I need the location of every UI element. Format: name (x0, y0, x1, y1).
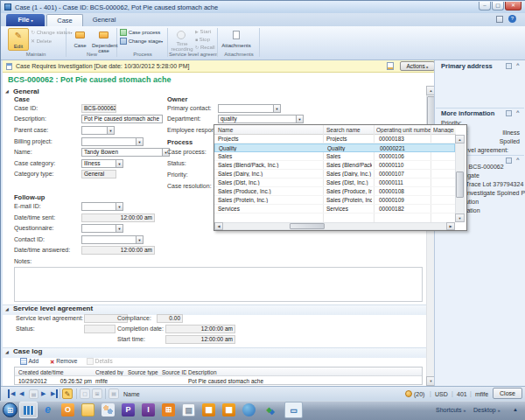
attachments-button[interactable]: Attachments (221, 28, 251, 51)
close-button[interactable]: Close (493, 388, 522, 399)
factbox-expand-icon[interactable] (506, 110, 512, 116)
questionnaire-dropdown-button[interactable]: ▼ (116, 224, 123, 233)
taskbar-icon-shapes[interactable]: ◆ (262, 403, 276, 416)
log-row-time[interactable]: 05:26:52 pm (55, 378, 92, 384)
log-col-created-datetime[interactable]: Created date/time (18, 369, 92, 375)
lookup-row[interactable]: Sales (Produce, Inc.) Sales (Produce, In… (214, 187, 455, 196)
lookup-row[interactable]: Services Services 00000182 (214, 205, 455, 214)
sla-status-field[interactable] (84, 325, 116, 333)
grid-view-icon[interactable]: ▤ (29, 389, 38, 399)
lookup-col-name[interactable]: Name (218, 127, 321, 133)
log-col-source-id[interactable]: Source ID (162, 369, 186, 375)
lookup-vscroll-thumb[interactable] (456, 172, 464, 198)
title-bar[interactable]: Case (1 - 401) - Case ID: BCS-000062, Po… (1, 1, 525, 13)
billing-project-dropdown-button[interactable]: ▼ (136, 137, 144, 146)
contact-id-field[interactable] (81, 235, 136, 244)
taskbar-icon-communicator[interactable]: P (122, 403, 135, 416)
taskbar-icon-remote-desktop[interactable]: ▭ (284, 402, 303, 418)
taskbar-icon-report-1[interactable]: ▦ (202, 403, 215, 416)
section-case-log[interactable]: Case log (13, 347, 42, 355)
previous-record-icon[interactable]: ◀ (19, 389, 24, 398)
start-time-field[interactable]: 12:00:00 am (165, 335, 235, 344)
taskbar-desktop-toolbar[interactable]: Desktop » (473, 407, 500, 413)
primary-contact-dropdown-button[interactable]: ▼ (273, 104, 281, 113)
lookup-col-search-name[interactable]: Search name (326, 127, 372, 133)
close-window-button[interactable]: ✕ (505, 2, 522, 10)
section-expander-icon[interactable]: ◢ (5, 306, 9, 312)
datetime-sent-field[interactable]: 12:00:00 am (81, 214, 155, 222)
log-col-description[interactable]: Description (188, 369, 276, 375)
scroll-down-icon[interactable]: ▼ (455, 214, 465, 222)
case-log-details-button[interactable]: Details (87, 357, 118, 365)
tree-item-trace-lot[interactable]: Trace Lot 379794324 (466, 181, 523, 187)
log-row-created-by[interactable]: mfife (95, 378, 108, 384)
section-general[interactable]: General (13, 88, 39, 95)
start-button[interactable]: ⊞ (3, 402, 18, 417)
taskbar-icon-explorer-folder[interactable] (81, 403, 94, 416)
lookup-hscrollbar[interactable] (214, 222, 455, 230)
case-log-add-button[interactable]: Add (20, 357, 46, 365)
toolbar-panel-icon[interactable] (496, 16, 503, 23)
minimize-button[interactable]: – (479, 2, 491, 10)
email-id-dropdown-button[interactable]: ▼ (116, 202, 123, 211)
case-category-field[interactable]: Illness (81, 159, 116, 168)
questionnaire-field[interactable] (81, 224, 116, 233)
lookup-col-manager[interactable]: Manager (433, 127, 454, 133)
alerts-count[interactable]: (20) (414, 391, 424, 397)
log-col-source-type[interactable]: Source type (128, 369, 159, 375)
completion-date-field[interactable]: 12:00:00 am (165, 325, 235, 333)
recall-button[interactable]: ↻ Recall (195, 44, 216, 52)
factbox-expand-icon[interactable] (506, 158, 512, 164)
scroll-left-icon[interactable]: ◀ (214, 222, 223, 230)
collapse-chevron-icon[interactable]: ^ (516, 109, 520, 115)
last-record-icon[interactable]: ▶ (51, 389, 58, 398)
file-menu-button[interactable]: File ▾ (6, 14, 45, 26)
taskbar-icon-report-2[interactable]: ▦ (222, 403, 235, 416)
lookup-row[interactable]: Sales (Dairy, Inc.) Sales (Dairy, Inc.) … (214, 170, 455, 178)
log-row-description[interactable]: Pot Pie caused stomach ache (188, 378, 363, 384)
name-field[interactable]: Tandy Bowen (81, 148, 163, 157)
description-field[interactable]: Pot Pie caused stomach ache (81, 115, 163, 123)
section-expander-icon[interactable]: ◢ (5, 88, 9, 94)
start-button[interactable]: ▶ Start (195, 28, 216, 36)
taskbar-expand-icon[interactable]: ▲ (513, 407, 518, 412)
edit-button[interactable]: ✎ Edit (8, 28, 29, 51)
log-row-date[interactable]: 10/29/2012 (18, 378, 47, 384)
change-status-button[interactable]: ↻ Change status▾ (31, 29, 65, 37)
attachment-status-icon[interactable]: ▤ (108, 388, 119, 399)
taskbar-icon-document[interactable]: ▤ (182, 403, 195, 416)
case-log-remove-button[interactable]: ✕ Remove (50, 357, 83, 365)
log-col-created-by[interactable]: Created by (95, 369, 125, 375)
case-id-field[interactable]: BCS-000062 (81, 104, 116, 113)
taskbar-icon-app-grid[interactable]: ⊞ (162, 403, 175, 416)
factbox-more-information[interactable]: More information (441, 109, 494, 117)
edit-mode-toggle[interactable]: ✎ (62, 388, 73, 399)
taskbar-shortcuts-toolbar[interactable]: Shortcuts » (436, 407, 466, 413)
contact-id-dropdown-button[interactable]: ▼ (136, 235, 144, 244)
taskbar-icon-internet-explorer[interactable]: e (41, 403, 54, 416)
actions-button[interactable]: Actions ▸ (400, 61, 435, 71)
user-indicator[interactable]: mfife (475, 391, 488, 397)
maximize-button[interactable]: ▢ (492, 2, 504, 10)
lookup-hscroll-thumb[interactable] (290, 223, 325, 229)
lookup-row-selected[interactable]: Quality Quality 00000221 (214, 144, 455, 152)
parent-case-dropdown-button[interactable]: ▼ (107, 126, 115, 135)
factbox-expand-icon[interactable] (506, 63, 512, 69)
lookup-row[interactable]: Sales (Protein, Inc.) Sales (Protein, In… (214, 196, 455, 205)
company-indicator[interactable]: 401 (457, 391, 467, 397)
section-expander-icon[interactable]: ◢ (5, 349, 9, 354)
collapse-chevron-icon[interactable]: ^ (516, 157, 520, 162)
section-sla[interactable]: Service level agreement (13, 304, 93, 312)
primary-contact-field[interactable] (218, 104, 274, 113)
category-type-field[interactable]: General (81, 170, 116, 178)
tab-general[interactable]: General (85, 14, 123, 26)
lookup-row[interactable]: Sales (Blend/Pack, Inc.) Sales (Blend/Pa… (214, 161, 455, 170)
currency-indicator[interactable]: USD (435, 391, 448, 397)
new-case-button[interactable]: Case (69, 28, 91, 51)
lookup-row[interactable]: Projects Projects 00000183 (214, 135, 455, 144)
scroll-right-icon[interactable]: ▶ (446, 222, 455, 230)
lookup-row[interactable]: Sales (Dist, Inc.) Sales (Dist, Inc.) 00… (214, 178, 455, 187)
tree-item-investigate-spoiled[interactable]: Investigate Spoined Po (466, 190, 525, 196)
dependent-case-button[interactable]: Dependent case (92, 28, 116, 51)
tab-case[interactable]: Case (46, 14, 83, 26)
